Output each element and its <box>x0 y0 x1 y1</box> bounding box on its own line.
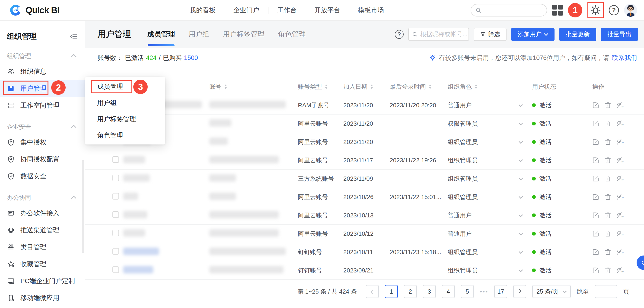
edit-icon[interactable] <box>592 194 599 201</box>
sidebar-item-push-channel[interactable]: 推送渠道管理 <box>0 222 84 239</box>
gear-icon[interactable] <box>590 5 601 16</box>
user-off-icon[interactable]: ff <box>616 138 624 145</box>
sidebar-item-category-management[interactable]: 类目管理 <box>0 239 84 255</box>
edit-icon[interactable] <box>592 230 599 237</box>
chevron-down-icon[interactable] <box>518 213 523 217</box>
chevron-down-icon[interactable] <box>518 249 523 254</box>
delete-icon[interactable] <box>604 120 611 127</box>
delete-icon[interactable] <box>604 212 611 219</box>
row-checkbox[interactable] <box>112 193 119 200</box>
sort-icon[interactable]: ▲▼ <box>429 84 432 89</box>
sidebar-group-org[interactable]: 组织管理 <box>0 49 84 63</box>
batch-export-button[interactable]: 批量导出 <box>601 28 638 41</box>
contact-us-link[interactable]: 联系我们 <box>612 54 637 62</box>
sidebar-item-pc-portal-customization[interactable]: PC端企业门户定制 <box>0 272 84 289</box>
chevron-down-icon[interactable] <box>518 158 523 162</box>
column-header-org-role[interactable]: 组织角色 ▲▼ <box>448 83 532 91</box>
member-search-box[interactable] <box>408 28 469 41</box>
sidebar-group-security[interactable]: 企业安全 <box>0 120 84 134</box>
user-off-icon[interactable]: ff <box>616 267 624 274</box>
delete-icon[interactable] <box>604 230 611 237</box>
jump-to-page-input[interactable] <box>595 285 617 298</box>
help-icon[interactable]: ? <box>609 5 619 15</box>
row-checkbox[interactable] <box>112 211 119 218</box>
menu-item-user-tag-management[interactable]: 用户标签管理 <box>85 111 165 127</box>
chevron-down-icon[interactable] <box>518 139 523 143</box>
column-header-account-type[interactable]: 账号类型 ▲▼ <box>298 83 343 91</box>
tab-role-management[interactable]: 角色管理 <box>278 30 306 39</box>
edit-icon[interactable] <box>592 157 599 164</box>
chevron-down-icon[interactable] <box>518 176 523 180</box>
edit-icon[interactable] <box>592 175 599 182</box>
delete-icon[interactable] <box>604 194 611 201</box>
user-off-icon[interactable]: ff <box>616 175 624 182</box>
tab-user-tag-management[interactable]: 用户标签管理 <box>223 30 264 39</box>
user-off-icon[interactable]: ff <box>616 102 624 109</box>
edit-icon[interactable] <box>592 102 599 109</box>
pagination-ellipsis[interactable]: ••• <box>480 288 488 295</box>
row-checkbox[interactable] <box>112 248 119 255</box>
page-button-3[interactable]: 3 <box>423 285 436 298</box>
nav-my-dashboard[interactable]: 我的看板 <box>181 6 224 15</box>
column-header-account[interactable]: 账号 ▲▼ <box>209 83 298 91</box>
sidebar-collapse-icon[interactable] <box>70 33 78 40</box>
edit-icon[interactable] <box>592 212 599 219</box>
nav-open-platform[interactable]: 开放平台 <box>306 6 349 15</box>
apps-grid-icon[interactable] <box>552 5 563 16</box>
user-off-icon[interactable]: ff <box>616 120 624 127</box>
global-search-box[interactable] <box>470 4 547 17</box>
sidebar-item-favorites-management[interactable]: 收藏管理 <box>0 255 84 272</box>
menu-item-user-groups[interactable]: 用户组 <box>85 95 165 111</box>
page-button-1[interactable]: 1 <box>385 285 398 298</box>
user-off-icon[interactable]: ff <box>616 212 624 219</box>
page-button-4[interactable]: 4 <box>442 285 455 298</box>
user-off-icon[interactable]: ff <box>616 194 624 201</box>
page-button-2[interactable]: 2 <box>404 285 417 298</box>
nav-template-market[interactable]: 模板市场 <box>349 6 393 15</box>
sort-icon[interactable]: ▲▼ <box>325 84 328 89</box>
prev-page-button[interactable] <box>366 285 379 298</box>
column-header-last-login[interactable]: 最后登录时间 ▲▼ <box>390 83 448 91</box>
page-button-5[interactable]: 5 <box>461 285 474 298</box>
filter-button[interactable]: 筛选 <box>474 28 506 41</box>
page-size-select[interactable]: 25 条/页 <box>532 285 571 298</box>
user-off-icon[interactable]: ff <box>616 249 624 255</box>
tab-user-groups[interactable]: 用户组 <box>188 30 209 39</box>
chevron-down-icon[interactable] <box>518 231 523 235</box>
nav-enterprise-portal[interactable]: 企业门户 <box>224 6 268 15</box>
user-avatar[interactable] <box>624 4 637 17</box>
edit-icon[interactable] <box>592 138 599 145</box>
next-page-button[interactable] <box>513 285 526 298</box>
sidebar-item-office-software[interactable]: 办公软件接入 <box>0 205 84 222</box>
chevron-down-icon[interactable] <box>518 194 523 199</box>
delete-icon[interactable] <box>604 157 611 164</box>
delete-icon[interactable] <box>604 138 611 145</box>
sidebar-scrollbar[interactable] <box>82 160 84 253</box>
batch-update-button[interactable]: 批量更新 <box>559 28 596 41</box>
sidebar-item-org-info[interactable]: 组织信息 <box>0 63 84 80</box>
add-user-button[interactable]: 添加用户 <box>511 28 554 41</box>
row-checkbox[interactable] <box>112 266 119 273</box>
delete-icon[interactable] <box>604 267 611 274</box>
member-search-input[interactable] <box>420 31 467 38</box>
delete-icon[interactable] <box>604 249 611 255</box>
global-search-input[interactable] <box>484 7 542 14</box>
delete-icon[interactable] <box>604 102 611 109</box>
row-checkbox[interactable] <box>112 230 119 236</box>
sort-icon[interactable]: ▲▼ <box>370 84 373 89</box>
edit-icon[interactable] <box>592 120 599 127</box>
sidebar-item-mobile-micro-app[interactable]: 移动端微应用 <box>0 289 84 306</box>
sidebar-item-data-security[interactable]: 数据安全 <box>0 168 84 185</box>
row-checkbox[interactable] <box>112 175 119 181</box>
chevron-down-icon[interactable] <box>518 121 523 125</box>
sidebar-item-collab-auth-config[interactable]: 协同授权配置 <box>0 151 84 168</box>
help-icon[interactable]: ? <box>395 30 404 39</box>
delete-icon[interactable] <box>604 175 611 182</box>
sort-icon[interactable]: ▲▼ <box>474 84 478 89</box>
sidebar-item-workspace-management[interactable]: 工作空间管理 <box>0 97 84 114</box>
edit-icon[interactable] <box>592 249 599 255</box>
chevron-down-icon[interactable] <box>518 103 523 107</box>
edit-icon[interactable] <box>592 267 599 274</box>
quick-bi-logo[interactable]: Quick BI <box>9 4 59 17</box>
page-button-17[interactable]: 17 <box>494 285 507 298</box>
